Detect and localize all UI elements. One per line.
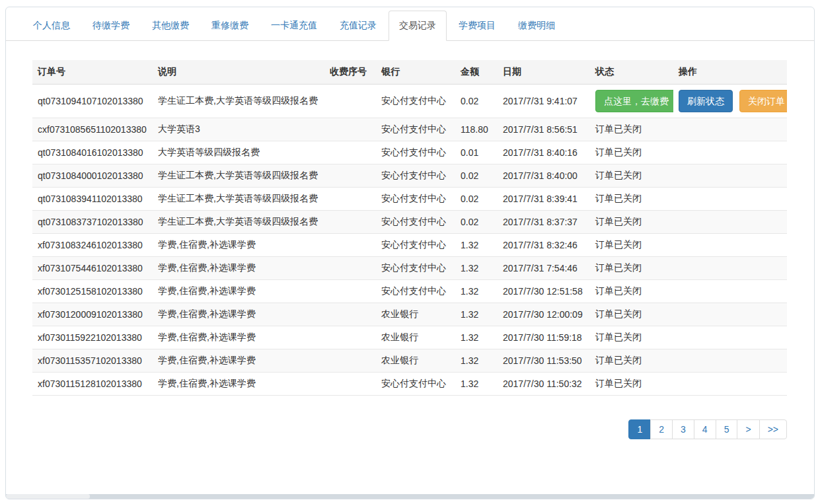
cell-description: 学费,住宿费,补选课学费 (153, 303, 324, 326)
tab-personal-info[interactable]: 个人信息 (22, 11, 81, 41)
cell-operations (673, 373, 787, 396)
cell-description: 学费,住宿费,补选课学费 (153, 234, 324, 257)
cell-operations (673, 211, 787, 234)
page-2[interactable]: 2 (650, 419, 673, 439)
page-1[interactable]: 1 (628, 419, 651, 439)
cell-date: 2017/7/31 8:39:41 (498, 188, 590, 211)
cell-charge-seq (324, 211, 376, 234)
cell-order-no: qt0731084000102013380 (32, 164, 153, 188)
cell-operations (673, 280, 787, 303)
cell-date: 2017/7/31 7:54:46 (498, 257, 590, 280)
col-header-amount: 金额 (455, 60, 498, 85)
cell-charge-seq (324, 280, 376, 303)
cell-description: 学生证工本费,大学英语等级四级报名费 (153, 164, 324, 188)
cell-charge-seq (324, 257, 376, 280)
cell-bank: 安心付支付中心 (376, 141, 455, 164)
table-row: xf0730115128102013380学费,住宿费,补选课学费安心付支付中心… (32, 373, 787, 396)
page-5[interactable]: 5 (716, 419, 738, 439)
cell-description: 学费,住宿费,补选课学费 (153, 349, 324, 373)
tab-tuition-due[interactable]: 待缴学费 (82, 11, 140, 41)
page-next[interactable]: > (737, 419, 759, 439)
scrollbar-thumb[interactable] (6, 494, 90, 499)
table-row: xf0731075446102013380学费,住宿费,补选课学费安心付支付中心… (32, 257, 787, 280)
cell-operations (673, 188, 787, 211)
cell-charge-seq (324, 118, 376, 141)
col-header-charge-seq: 收费序号 (324, 60, 376, 85)
transactions-body: qt0731094107102013380学生证工本费,大学英语等级四级报名费安… (32, 85, 787, 396)
cell-status: 订单已关闭 (590, 280, 673, 303)
refresh-status-button[interactable]: 刷新状态 (679, 90, 733, 112)
cell-amount: 1.32 (455, 280, 498, 303)
cell-amount: 1.32 (455, 303, 498, 326)
cell-description: 大学英语等级四级报名费 (153, 141, 324, 164)
cell-amount: 118.80 (455, 118, 498, 141)
cell-order-no: xf0730115128102013380 (32, 373, 153, 396)
cell-amount: 1.32 (455, 234, 498, 257)
cell-amount: 1.32 (455, 349, 498, 373)
cell-bank: 安心付支付中心 (376, 280, 455, 303)
cell-status: 订单已关闭 (590, 234, 673, 257)
col-header-operations: 操作 (673, 60, 787, 85)
table-row: xf0730115357102013380学费,住宿费,补选课学费农业银行1.3… (32, 349, 787, 373)
table-row: qt0731094107102013380学生证工本费,大学英语等级四级报名费安… (32, 85, 787, 118)
cell-order-no: xf0730125158102013380 (32, 280, 153, 303)
cell-date: 2017/7/31 8:56:51 (498, 118, 590, 141)
cell-description: 学生证工本费,大学英语等级四级报名费 (153, 188, 324, 211)
cell-charge-seq (324, 373, 376, 396)
table-row: xf0731083246102013380学费,住宿费,补选课学费安心付支付中心… (32, 234, 787, 257)
cell-operations (673, 164, 787, 188)
cell-operations (673, 141, 787, 164)
cell-amount: 0.02 (455, 188, 498, 211)
table-row: xf0730120009102013380学费,住宿费,补选课学费农业银行1.3… (32, 303, 787, 326)
cell-status: 订单已关闭 (590, 211, 673, 234)
tab-transaction-records[interactable]: 交易记录 (389, 11, 447, 41)
cell-charge-seq (324, 349, 376, 373)
cell-order-no: xf0731075446102013380 (32, 257, 153, 280)
cell-date: 2017/7/31 8:37:37 (498, 211, 590, 234)
cell-status: 订单已关闭 (590, 188, 673, 211)
tab-bar: 个人信息待缴学费其他缴费重修缴费一卡通充值充值记录交易记录学费项目缴费明细 (6, 7, 814, 41)
cell-order-no: qt0731084016102013380 (32, 141, 153, 164)
page-4[interactable]: 4 (694, 419, 716, 439)
cell-bank: 安心付支付中心 (376, 118, 455, 141)
cell-description: 学生证工本费,大学英语等级四级报名费 (153, 85, 324, 118)
table-row: xf0730115922102013380学费,住宿费,补选课学费农业银行1.3… (32, 326, 787, 349)
table-row: xf0730125158102013380学费,住宿费,补选课学费安心付支付中心… (32, 280, 787, 303)
page-3[interactable]: 3 (672, 419, 694, 439)
cell-operations (673, 257, 787, 280)
cell-charge-seq (324, 141, 376, 164)
tab-tuition-items[interactable]: 学费项目 (448, 11, 506, 41)
cell-amount: 0.01 (455, 141, 498, 164)
col-header-bank: 银行 (376, 60, 455, 85)
table-row: cxf0731085651102013380大学英语3安心付支付中心118.80… (32, 118, 787, 141)
cell-bank: 安心付支付中心 (376, 373, 455, 396)
cell-charge-seq (324, 164, 376, 188)
cell-amount: 1.32 (455, 326, 498, 349)
cell-status: 订单已关闭 (590, 164, 673, 188)
pay-button[interactable]: 点这里，去缴费 (595, 90, 673, 112)
cell-charge-seq (324, 188, 376, 211)
cell-description: 学费,住宿费,补选课学费 (153, 373, 324, 396)
tab-retake-fees[interactable]: 重修缴费 (201, 11, 259, 41)
cell-order-no: qt0731094107102013380 (32, 85, 153, 118)
cell-operations (673, 234, 787, 257)
cell-amount: 0.02 (455, 211, 498, 234)
cell-date: 2017/7/30 12:00:09 (498, 303, 590, 326)
col-header-description: 说明 (153, 60, 324, 85)
close-order-button[interactable]: 关闭订单 (739, 90, 787, 112)
cell-order-no: xf0730115922102013380 (32, 326, 153, 349)
tab-other-fees[interactable]: 其他缴费 (141, 11, 200, 41)
payment-portal-panel: 个人信息待缴学费其他缴费重修缴费一卡通充值充值记录交易记录学费项目缴费明细 订单… (5, 7, 815, 499)
cell-date: 2017/7/31 8:40:00 (498, 164, 590, 188)
tab-card-recharge[interactable]: 一卡通充值 (260, 11, 328, 41)
cell-status: 点这里，去缴费 (590, 85, 673, 118)
page-last[interactable]: >> (759, 419, 787, 439)
cell-date: 2017/7/30 11:53:50 (498, 349, 590, 373)
horizontal-scrollbar[interactable] (6, 494, 815, 499)
col-header-status: 状态 (590, 60, 673, 85)
tab-recharge-records[interactable]: 充值记录 (329, 11, 387, 41)
cell-bank: 农业银行 (376, 326, 455, 349)
cell-date: 2017/7/31 8:32:46 (498, 234, 590, 257)
tab-payment-details[interactable]: 缴费明细 (507, 11, 566, 41)
cell-description: 大学英语3 (153, 118, 324, 141)
